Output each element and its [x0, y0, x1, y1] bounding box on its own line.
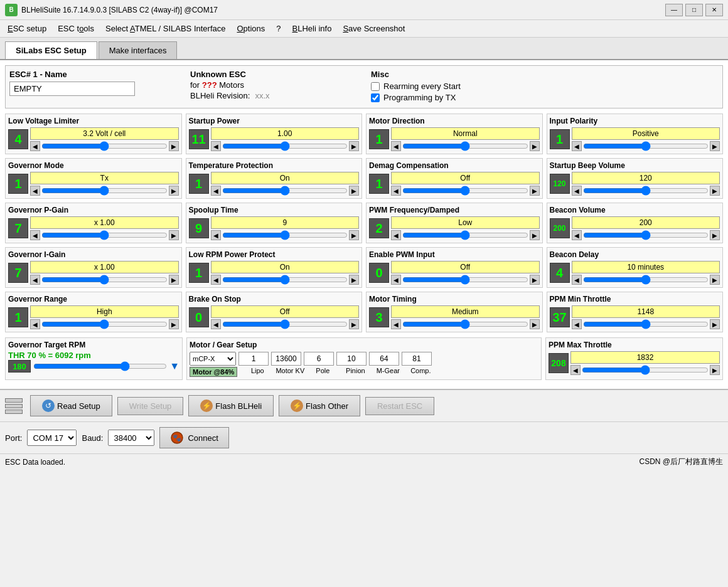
restart-esc-button[interactable]: Restart ESC	[365, 397, 434, 415]
minimize-button[interactable]: —	[665, 4, 683, 16]
close-button[interactable]: ✕	[705, 4, 723, 16]
param-left-arrow-2[interactable]: ◀	[391, 141, 401, 151]
tab-silabs-esc-setup[interactable]: SiLabs ESC Setup	[5, 41, 97, 59]
param-left-arrow-16[interactable]: ◀	[30, 319, 40, 329]
param-right-arrow-19[interactable]: ▶	[710, 319, 720, 329]
esc-name-input[interactable]	[9, 82, 135, 96]
param-left-arrow-17[interactable]: ◀	[211, 319, 221, 329]
param-right-arrow-18[interactable]: ▶	[530, 319, 540, 329]
motor-gear-val2[interactable]	[271, 352, 301, 366]
menu-blheli-info[interactable]: BLHeli info	[287, 22, 337, 35]
param-right-arrow-0[interactable]: ▶	[169, 141, 179, 151]
param-slider-12[interactable]	[41, 275, 168, 284]
flash-other-button[interactable]: ⚡ Flash Other	[279, 395, 360, 416]
param-right-arrow-13[interactable]: ▶	[349, 275, 359, 285]
governor-slider[interactable]	[33, 362, 167, 371]
param-left-arrow-7[interactable]: ◀	[572, 186, 582, 196]
param-left-arrow-8[interactable]: ◀	[30, 230, 40, 240]
param-left-arrow-3[interactable]: ◀	[572, 141, 582, 151]
motor-gear-val6[interactable]	[402, 352, 432, 366]
param-left-arrow-18[interactable]: ◀	[391, 319, 401, 329]
ppm-max-left-arrow[interactable]: ◀	[570, 365, 581, 375]
esc-header: ESC# 1 - Name Unknown ESC for ??? Motors…	[5, 65, 723, 108]
param-left-arrow-1[interactable]: ◀	[211, 141, 221, 151]
connect-button[interactable]: 🐾 Connect	[159, 427, 228, 448]
motor-gear-val4[interactable]	[336, 352, 367, 366]
param-right-arrow-5[interactable]: ▶	[349, 186, 359, 196]
param-slider-8[interactable]	[41, 231, 168, 240]
param-left-arrow-14[interactable]: ◀	[391, 275, 401, 285]
param-slider-10[interactable]	[402, 231, 528, 240]
param-left-arrow-13[interactable]: ◀	[211, 275, 221, 285]
param-value-area-2: Normal ◀ ▶	[391, 127, 540, 151]
param-slider-9[interactable]	[222, 231, 348, 240]
param-right-arrow-15[interactable]: ▶	[710, 275, 720, 285]
flash-blheli-button[interactable]: ⚡ Flash BLHeli	[188, 395, 274, 416]
param-slider-0[interactable]	[41, 142, 168, 151]
param-left-arrow-6[interactable]: ◀	[391, 186, 401, 196]
param-slider-7[interactable]	[583, 186, 709, 195]
param-value-area-18: Medium ◀ ▶	[391, 305, 540, 329]
param-slider-5[interactable]	[222, 186, 348, 195]
menu-select-interface[interactable]: Select ATMEL / SILABS Interface	[100, 22, 231, 35]
param-right-arrow-6[interactable]: ▶	[530, 186, 540, 196]
write-setup-button[interactable]: Write Setup	[117, 397, 184, 415]
param-right-arrow-16[interactable]: ▶	[169, 319, 179, 329]
param-slider-19[interactable]	[583, 320, 709, 329]
param-right-arrow-11[interactable]: ▶	[710, 230, 720, 240]
param-slider-17[interactable]	[222, 320, 348, 329]
param-slider-4[interactable]	[41, 186, 168, 195]
baud-select[interactable]: 38400 9600 115200	[108, 430, 154, 446]
param-left-arrow-15[interactable]: ◀	[572, 275, 582, 285]
param-slider-6[interactable]	[402, 186, 528, 195]
param-left-arrow-5[interactable]: ◀	[211, 186, 221, 196]
param-left-arrow-9[interactable]: ◀	[211, 230, 221, 240]
param-right-arrow-12[interactable]: ▶	[169, 275, 179, 285]
motor-gear-val1[interactable]	[238, 352, 269, 366]
ppm-max-slider[interactable]	[582, 366, 709, 374]
param-slider-18[interactable]	[402, 320, 528, 329]
param-right-arrow-9[interactable]: ▶	[349, 230, 359, 240]
menu-esc-setup[interactable]: ESC setup	[3, 22, 51, 35]
param-left-arrow-19[interactable]: ◀	[572, 319, 582, 329]
programming-tx-checkbox[interactable]	[371, 93, 380, 102]
param-right-arrow-1[interactable]: ▶	[349, 141, 359, 151]
tab-make-interfaces[interactable]: Make interfaces	[99, 41, 178, 59]
rearming-checkbox[interactable]	[371, 82, 380, 91]
param-left-arrow-4[interactable]: ◀	[30, 186, 40, 196]
param-right-arrow-8[interactable]: ▶	[169, 230, 179, 240]
param-slider-16[interactable]	[41, 320, 168, 329]
param-value-5: On	[211, 172, 360, 184]
param-left-arrow-10[interactable]: ◀	[391, 230, 401, 240]
menu-save-screenshot[interactable]: Save Screenshot	[338, 22, 410, 35]
param-right-arrow-2[interactable]: ▶	[530, 141, 540, 151]
param-slider-15[interactable]	[583, 275, 709, 284]
param-slider-11[interactable]	[583, 231, 709, 240]
param-slider-1[interactable]	[222, 142, 348, 151]
param-left-arrow-12[interactable]: ◀	[30, 275, 40, 285]
motor-type-select[interactable]: mCP-X mCP-X BL Custom	[190, 352, 236, 366]
menu-options[interactable]: Options	[232, 22, 270, 35]
param-right-arrow-7[interactable]: ▶	[710, 186, 720, 196]
menu-help[interactable]: ?	[271, 22, 286, 35]
param-slider-2[interactable]	[402, 142, 528, 151]
maximize-button[interactable]: □	[685, 4, 703, 16]
param-right-arrow-3[interactable]: ▶	[710, 141, 720, 151]
param-row-9: 9 9 ◀ ▶	[189, 216, 360, 240]
param-left-arrow-11[interactable]: ◀	[572, 230, 582, 240]
param-slider-14[interactable]	[402, 275, 528, 284]
param-right-arrow-4[interactable]: ▶	[169, 186, 179, 196]
motor-gear-val5[interactable]	[369, 352, 399, 366]
param-slider-13[interactable]	[222, 275, 348, 284]
read-setup-button[interactable]: ↺ Read Setup	[30, 395, 112, 416]
menu-esc-tools[interactable]: ESC tools	[53, 22, 99, 35]
param-right-arrow-10[interactable]: ▶	[530, 230, 540, 240]
motor-gear-val3[interactable]	[304, 352, 334, 366]
param-right-arrow-14[interactable]: ▶	[530, 275, 540, 285]
param-left-arrow-0[interactable]: ◀	[30, 141, 40, 151]
param-slider-3[interactable]	[583, 142, 709, 151]
param-right-arrow-17[interactable]: ▶	[349, 319, 359, 329]
ppm-max-right-arrow[interactable]: ▶	[710, 365, 720, 375]
param-value-4: Tx	[30, 172, 179, 184]
port-select[interactable]: COM 17 COM 1 COM 2	[27, 430, 77, 446]
